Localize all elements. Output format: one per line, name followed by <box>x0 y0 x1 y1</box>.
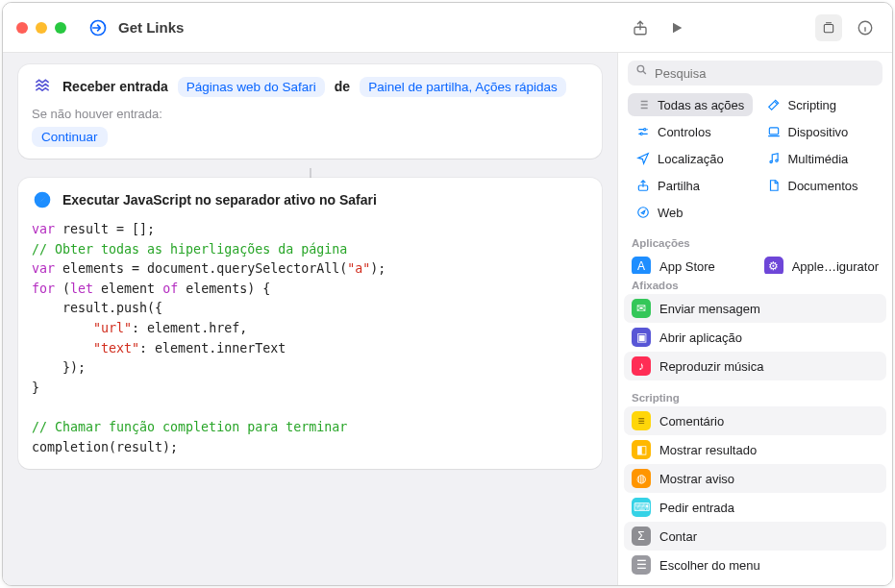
svg-point-6 <box>644 129 646 131</box>
actions-library-sidebar: Todas as ações Scripting Controlos Dispo… <box>617 53 892 585</box>
app-row[interactable]: ⚙ Apple…igurator <box>757 252 886 274</box>
result-icon: ◧ <box>632 440 651 459</box>
share-button[interactable] <box>627 14 654 41</box>
action-row[interactable]: ≡ Comentário <box>624 406 886 435</box>
workflow-canvas[interactable]: Receber entrada Páginas web do Safari de… <box>3 53 617 585</box>
apps-list[interactable]: A App Store ⚙ Apple…igurator ✦ Atalhos ⋮… <box>618 252 892 274</box>
count-icon: Σ <box>632 527 651 546</box>
no-input-action-token[interactable]: Continuar <box>32 127 108 147</box>
sliders-icon <box>635 124 651 139</box>
category-sharing[interactable]: Partilha <box>628 174 753 197</box>
app-icon: ⚙ <box>764 257 783 274</box>
category-documents[interactable]: Documentos <box>758 174 883 197</box>
js-action-title: Executar JavaScript no separador ativo n… <box>62 192 377 208</box>
category-web[interactable]: Web <box>628 201 753 224</box>
svg-rect-2 <box>824 24 833 32</box>
doc-icon <box>766 178 782 193</box>
message-icon: ✉ <box>632 299 651 318</box>
action-row[interactable]: ◧ Mostrar resultado <box>624 435 886 464</box>
info-button[interactable] <box>852 14 879 41</box>
comment-icon: ≡ <box>632 411 651 430</box>
window-title: Get Links <box>118 19 184 36</box>
svg-point-9 <box>769 160 771 162</box>
traffic-lights <box>16 22 66 34</box>
input-connector-word: de <box>335 79 350 94</box>
music-icon <box>766 151 782 166</box>
nav-icon <box>635 151 651 166</box>
receive-input-label: Receber entrada <box>62 79 168 94</box>
category-grid: Todas as ações Scripting Controlos Dispo… <box>618 91 892 232</box>
svg-point-10 <box>775 159 777 161</box>
no-input-label: Se não houver entrada: <box>32 107 588 121</box>
app-window: Get Links <box>2 2 893 586</box>
open-app-icon: ▣ <box>632 328 651 347</box>
action-row[interactable]: ♪ Reproduzir música <box>624 352 886 380</box>
apps-section-label: Aplicações <box>618 232 892 252</box>
library-toggle-button[interactable] <box>815 14 842 41</box>
zoom-window-button[interactable] <box>55 22 66 34</box>
svg-point-7 <box>640 133 642 135</box>
action-connector <box>310 168 311 178</box>
close-window-button[interactable] <box>16 22 28 34</box>
list-icon <box>635 97 651 112</box>
compass-icon <box>635 205 651 220</box>
share-icon <box>635 178 651 193</box>
minimize-window-button[interactable] <box>36 22 47 34</box>
device-icon <box>766 124 782 139</box>
action-row[interactable]: Σ Contar <box>624 522 886 551</box>
category-all-actions[interactable]: Todas as ações <box>628 93 753 116</box>
safari-icon <box>32 189 53 210</box>
input-type-token[interactable]: Páginas web do Safari <box>178 77 325 97</box>
category-scripting[interactable]: Scripting <box>758 93 883 116</box>
category-controls[interactable]: Controlos <box>628 120 753 143</box>
app-row[interactable]: A App Store <box>624 252 753 274</box>
action-row[interactable]: ☰ Escolher do menu <box>624 551 886 579</box>
shortcut-app-icon <box>87 17 109 38</box>
input-action-icon <box>32 76 53 97</box>
pinned-list: ✉ Enviar mensagem ▣ Abrir aplicação ♪ Re… <box>618 294 892 386</box>
category-media[interactable]: Multimédia <box>758 147 883 170</box>
action-row[interactable]: ⌨ Pedir entrada <box>624 493 886 522</box>
menu-icon: ☰ <box>632 555 651 575</box>
svg-point-5 <box>637 65 644 72</box>
app-icon: A <box>632 257 651 274</box>
music-icon: ♪ <box>632 356 651 376</box>
titlebar: Get Links <box>3 3 892 53</box>
receive-input-card[interactable]: Receber entrada Páginas web do Safari de… <box>18 64 602 159</box>
run-javascript-card[interactable]: Executar JavaScript no separador ativo n… <box>18 178 602 469</box>
action-row[interactable]: ◍ Mostrar aviso <box>624 464 886 493</box>
category-device[interactable]: Dispositivo <box>758 120 883 143</box>
input-icon: ⌨ <box>632 498 651 517</box>
alert-icon: ◍ <box>632 469 651 488</box>
wand-icon <box>766 97 782 112</box>
svg-rect-8 <box>769 128 778 135</box>
search-icon <box>635 63 648 79</box>
category-location[interactable]: Localização <box>628 147 753 170</box>
scripting-section-label: Scripting <box>618 386 892 406</box>
input-source-token[interactable]: Painel de partilha, Ações rápidas <box>360 77 566 97</box>
search-input[interactable] <box>628 61 883 86</box>
run-button[interactable] <box>663 14 690 41</box>
pinned-section-label: Afixados <box>618 274 892 294</box>
scripting-list: ≡ Comentário ◧ Mostrar resultado ◍ Mostr… <box>618 406 892 585</box>
action-row[interactable]: ▣ Abrir aplicação <box>624 323 886 352</box>
action-row[interactable]: ✉ Enviar mensagem <box>624 294 886 323</box>
javascript-code-editor[interactable]: var result = []; // Obter todas as hiper… <box>32 220 588 457</box>
